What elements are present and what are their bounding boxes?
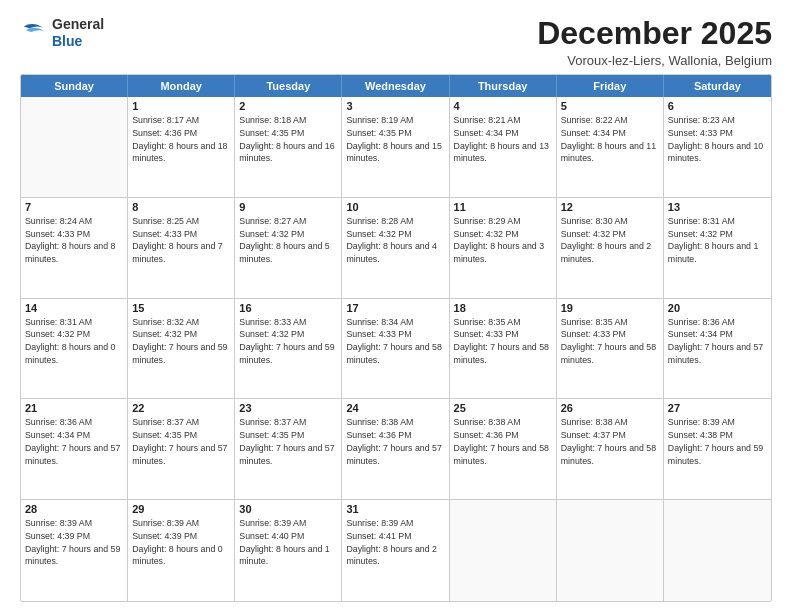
sun-info: Sunrise: 8:36 AM Sunset: 4:34 PM Dayligh… [25,416,123,467]
header-day-monday: Monday [128,75,235,97]
calendar-cell: 4Sunrise: 8:21 AM Sunset: 4:34 PM Daylig… [450,97,557,197]
sun-info: Sunrise: 8:29 AM Sunset: 4:32 PM Dayligh… [454,215,552,266]
calendar-cell: 13Sunrise: 8:31 AM Sunset: 4:32 PM Dayli… [664,198,771,298]
calendar-cell: 28Sunrise: 8:39 AM Sunset: 4:39 PM Dayli… [21,500,128,601]
day-number: 11 [454,201,552,213]
calendar-cell: 5Sunrise: 8:22 AM Sunset: 4:34 PM Daylig… [557,97,664,197]
header-day-tuesday: Tuesday [235,75,342,97]
calendar-cell: 30Sunrise: 8:39 AM Sunset: 4:40 PM Dayli… [235,500,342,601]
calendar-cell: 1Sunrise: 8:17 AM Sunset: 4:36 PM Daylig… [128,97,235,197]
day-number: 23 [239,402,337,414]
day-number: 30 [239,503,337,515]
calendar-week-3: 14Sunrise: 8:31 AM Sunset: 4:32 PM Dayli… [21,299,771,400]
calendar-cell [664,500,771,601]
calendar-cell [21,97,128,197]
day-number: 14 [25,302,123,314]
sun-info: Sunrise: 8:39 AM Sunset: 4:39 PM Dayligh… [132,517,230,568]
sun-info: Sunrise: 8:35 AM Sunset: 4:33 PM Dayligh… [561,316,659,367]
header-day-saturday: Saturday [664,75,771,97]
calendar-week-1: 1Sunrise: 8:17 AM Sunset: 4:36 PM Daylig… [21,97,771,198]
day-number: 20 [668,302,767,314]
calendar-cell: 31Sunrise: 8:39 AM Sunset: 4:41 PM Dayli… [342,500,449,601]
sun-info: Sunrise: 8:39 AM Sunset: 4:39 PM Dayligh… [25,517,123,568]
sun-info: Sunrise: 8:33 AM Sunset: 4:32 PM Dayligh… [239,316,337,367]
sun-info: Sunrise: 8:21 AM Sunset: 4:34 PM Dayligh… [454,114,552,165]
page: General Blue December 2025 Voroux-lez-Li… [0,0,792,612]
day-number: 13 [668,201,767,213]
header: General Blue December 2025 Voroux-lez-Li… [20,16,772,68]
sun-info: Sunrise: 8:36 AM Sunset: 4:34 PM Dayligh… [668,316,767,367]
sun-info: Sunrise: 8:38 AM Sunset: 4:36 PM Dayligh… [346,416,444,467]
day-number: 6 [668,100,767,112]
calendar-cell: 9Sunrise: 8:27 AM Sunset: 4:32 PM Daylig… [235,198,342,298]
sun-info: Sunrise: 8:39 AM Sunset: 4:40 PM Dayligh… [239,517,337,568]
header-day-sunday: Sunday [21,75,128,97]
day-number: 15 [132,302,230,314]
sun-info: Sunrise: 8:37 AM Sunset: 4:35 PM Dayligh… [132,416,230,467]
calendar-cell: 21Sunrise: 8:36 AM Sunset: 4:34 PM Dayli… [21,399,128,499]
calendar-cell: 2Sunrise: 8:18 AM Sunset: 4:35 PM Daylig… [235,97,342,197]
day-number: 29 [132,503,230,515]
day-number: 28 [25,503,123,515]
day-number: 18 [454,302,552,314]
day-number: 1 [132,100,230,112]
sun-info: Sunrise: 8:18 AM Sunset: 4:35 PM Dayligh… [239,114,337,165]
calendar-cell: 8Sunrise: 8:25 AM Sunset: 4:33 PM Daylig… [128,198,235,298]
calendar-cell: 22Sunrise: 8:37 AM Sunset: 4:35 PM Dayli… [128,399,235,499]
day-number: 8 [132,201,230,213]
calendar-cell: 14Sunrise: 8:31 AM Sunset: 4:32 PM Dayli… [21,299,128,399]
calendar-cell: 19Sunrise: 8:35 AM Sunset: 4:33 PM Dayli… [557,299,664,399]
sun-info: Sunrise: 8:17 AM Sunset: 4:36 PM Dayligh… [132,114,230,165]
calendar-cell: 17Sunrise: 8:34 AM Sunset: 4:33 PM Dayli… [342,299,449,399]
sun-info: Sunrise: 8:31 AM Sunset: 4:32 PM Dayligh… [668,215,767,266]
location: Voroux-lez-Liers, Wallonia, Belgium [537,53,772,68]
sun-info: Sunrise: 8:25 AM Sunset: 4:33 PM Dayligh… [132,215,230,266]
calendar-cell: 23Sunrise: 8:37 AM Sunset: 4:35 PM Dayli… [235,399,342,499]
sun-info: Sunrise: 8:38 AM Sunset: 4:37 PM Dayligh… [561,416,659,467]
calendar-cell: 18Sunrise: 8:35 AM Sunset: 4:33 PM Dayli… [450,299,557,399]
day-number: 31 [346,503,444,515]
sun-info: Sunrise: 8:30 AM Sunset: 4:32 PM Dayligh… [561,215,659,266]
calendar-cell: 12Sunrise: 8:30 AM Sunset: 4:32 PM Dayli… [557,198,664,298]
day-number: 9 [239,201,337,213]
header-day-thursday: Thursday [450,75,557,97]
day-number: 26 [561,402,659,414]
day-number: 22 [132,402,230,414]
sun-info: Sunrise: 8:24 AM Sunset: 4:33 PM Dayligh… [25,215,123,266]
sun-info: Sunrise: 8:22 AM Sunset: 4:34 PM Dayligh… [561,114,659,165]
sun-info: Sunrise: 8:39 AM Sunset: 4:41 PM Dayligh… [346,517,444,568]
day-number: 7 [25,201,123,213]
calendar: SundayMondayTuesdayWednesdayThursdayFrid… [20,74,772,602]
header-day-friday: Friday [557,75,664,97]
sun-info: Sunrise: 8:28 AM Sunset: 4:32 PM Dayligh… [346,215,444,266]
sun-info: Sunrise: 8:31 AM Sunset: 4:32 PM Dayligh… [25,316,123,367]
calendar-cell: 11Sunrise: 8:29 AM Sunset: 4:32 PM Dayli… [450,198,557,298]
day-number: 24 [346,402,444,414]
sun-info: Sunrise: 8:32 AM Sunset: 4:32 PM Dayligh… [132,316,230,367]
logo: General Blue [20,16,104,50]
calendar-cell: 26Sunrise: 8:38 AM Sunset: 4:37 PM Dayli… [557,399,664,499]
sun-info: Sunrise: 8:34 AM Sunset: 4:33 PM Dayligh… [346,316,444,367]
calendar-cell: 27Sunrise: 8:39 AM Sunset: 4:38 PM Dayli… [664,399,771,499]
month-year: December 2025 [537,16,772,51]
calendar-cell [557,500,664,601]
calendar-cell [450,500,557,601]
sun-info: Sunrise: 8:39 AM Sunset: 4:38 PM Dayligh… [668,416,767,467]
calendar-cell: 15Sunrise: 8:32 AM Sunset: 4:32 PM Dayli… [128,299,235,399]
calendar-week-4: 21Sunrise: 8:36 AM Sunset: 4:34 PM Dayli… [21,399,771,500]
calendar-cell: 10Sunrise: 8:28 AM Sunset: 4:32 PM Dayli… [342,198,449,298]
day-number: 19 [561,302,659,314]
day-number: 4 [454,100,552,112]
sun-info: Sunrise: 8:37 AM Sunset: 4:35 PM Dayligh… [239,416,337,467]
day-number: 25 [454,402,552,414]
day-number: 5 [561,100,659,112]
calendar-week-5: 28Sunrise: 8:39 AM Sunset: 4:39 PM Dayli… [21,500,771,601]
sun-info: Sunrise: 8:35 AM Sunset: 4:33 PM Dayligh… [454,316,552,367]
day-number: 2 [239,100,337,112]
calendar-cell: 25Sunrise: 8:38 AM Sunset: 4:36 PM Dayli… [450,399,557,499]
sun-info: Sunrise: 8:19 AM Sunset: 4:35 PM Dayligh… [346,114,444,165]
header-day-wednesday: Wednesday [342,75,449,97]
sun-info: Sunrise: 8:27 AM Sunset: 4:32 PM Dayligh… [239,215,337,266]
day-number: 17 [346,302,444,314]
day-number: 3 [346,100,444,112]
